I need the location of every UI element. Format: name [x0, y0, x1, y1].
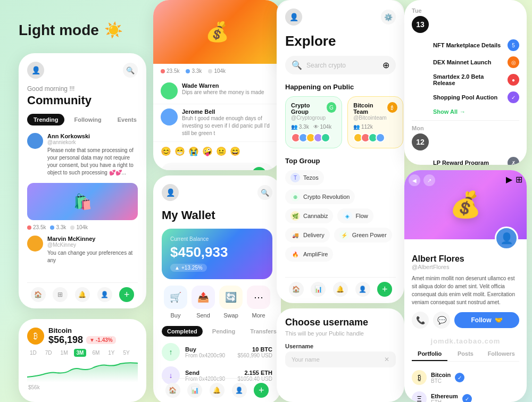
happening-grid: Crypto Group @Cryptogroup G 👥 3.3k 👁 104…	[285, 96, 396, 148]
group-flow[interactable]: ◈ Flow	[337, 208, 373, 223]
action-buy[interactable]: 🛒 Buy	[164, 286, 187, 319]
send-button[interactable]: ➤	[252, 167, 266, 170]
chat-item-2: Jerome Bell Bruh t good made enough days…	[153, 104, 281, 142]
light-mode-label: Light mode ☀️	[19, 21, 123, 39]
tab-portfolio[interactable]: Portfolio	[412, 347, 447, 361]
bell-icon[interactable]: 🔔	[75, 287, 90, 302]
crypto-rev-icon: ⊕	[290, 192, 300, 202]
add-button[interactable]: +	[119, 287, 134, 302]
post-content: Ann Korkowski @anniekork Please note tha…	[47, 133, 138, 177]
home-icon[interactable]: 🏠	[31, 287, 46, 302]
show-all-button[interactable]: Show All →	[412, 108, 519, 115]
chat-input-bar[interactable]: Type a message... ➤	[161, 163, 273, 170]
action-more[interactable]: ⋯ More	[247, 286, 270, 319]
tf-1d[interactable]: 1D	[27, 349, 39, 357]
tab-following[interactable]: Following	[68, 114, 107, 125]
filter-icon: ⊕	[383, 60, 389, 70]
wallet-add-button[interactable]: +	[254, 383, 269, 398]
exp-nav-person[interactable]: 👤	[355, 282, 370, 297]
comments-stat: 3.3k	[50, 224, 66, 230]
banner-controls-left: ◀ ↗	[409, 174, 435, 186]
action-send[interactable]: 📤 Send	[192, 286, 215, 319]
tf-3m[interactable]: 3M	[74, 349, 87, 357]
banner-btn-2[interactable]: ↗	[423, 174, 435, 186]
tf-1y[interactable]: 1Y	[105, 349, 117, 357]
wallet-nav-chart[interactable]: 📊	[187, 383, 202, 398]
banner-btn-3[interactable]: ▶	[506, 174, 512, 185]
banner-btn-4[interactable]: ⊞	[516, 174, 522, 185]
happening-bitcoin-team: Bitcoin Team @Bitcointeam ₿ 👥 112k	[347, 96, 403, 148]
wallet-nav-person[interactable]: 👤	[232, 383, 247, 398]
tx-item-buy: ↑ Buy From 0x4200c90 10 BTC $560,990 USD	[162, 343, 272, 361]
tab-trending[interactable]: Trending	[27, 114, 64, 125]
group-icon: G	[327, 102, 337, 113]
wallet-top-bar: 👤 🔍	[162, 184, 272, 201]
group-crypto-revolution[interactable]: ⊕ Crypto Revolution	[285, 189, 355, 204]
views-stat: 104k	[70, 224, 88, 230]
search-bar[interactable]: 🔍 Search crypto ⊕	[285, 56, 396, 74]
exp-nav-bell[interactable]: 🔔	[333, 282, 348, 297]
person-icon[interactable]: 👤	[97, 287, 112, 302]
bitcoin-team-avatars	[353, 133, 397, 143]
post-item: Ann Korkowski @anniekork Please note tha…	[27, 133, 138, 177]
tab-followers[interactable]: Followers	[484, 347, 519, 361]
username-input[interactable]: Your name ✕	[285, 351, 396, 367]
happening-label: Happening on Public	[285, 83, 396, 91]
search-icon[interactable]: 🔍	[123, 63, 138, 78]
top-groups-grid: T Tezos ⊕ Crypto Revolution 🌿 Cannabiz ◈…	[285, 170, 396, 262]
chat-avatar-1	[161, 82, 178, 99]
exp-nav-home[interactable]: 🏠	[289, 282, 304, 297]
tx-tab-completed[interactable]: Completed	[162, 326, 203, 337]
group-amplifire[interactable]: 🔥 AmpliFire	[285, 247, 333, 262]
btc-check-icon: ✓	[455, 373, 464, 382]
grid-icon[interactable]: ⊞	[53, 287, 68, 302]
tab-posts[interactable]: Posts	[447, 347, 483, 361]
group-green-power[interactable]: ⚡ Green Power	[334, 228, 392, 242]
cal-date-13: 13	[412, 16, 429, 33]
banner-btn-1[interactable]: ◀	[409, 174, 420, 186]
tx-tab-pending[interactable]: Pending	[207, 326, 240, 337]
profile-handle: @AlbertFlores	[412, 264, 519, 270]
tf-1m[interactable]: 1M	[58, 349, 71, 357]
green-power-icon: ⚡	[339, 230, 349, 240]
time-filters: 1D 7D 1M 3M 6M 1Y 5Y	[27, 349, 138, 357]
explore-icon[interactable]: ⚙️	[381, 10, 396, 24]
wallet-nav-home[interactable]: 🏠	[165, 383, 180, 398]
bitcoin-chart	[27, 361, 138, 382]
exp-add-button[interactable]: +	[377, 282, 392, 297]
wallet-search-icon[interactable]: 🔍	[257, 185, 272, 200]
tx-amount-buy: 10 BTC $560,990 USD	[237, 346, 272, 358]
send-icon: 📤	[192, 286, 215, 309]
profile-banner-icon: 💰	[450, 190, 481, 220]
group-cannabiz[interactable]: 🌿 Cannabiz	[285, 208, 333, 223]
chat-avatar-2	[161, 108, 178, 125]
message-button[interactable]: 💬	[433, 312, 450, 329]
username-placeholder: Your name	[292, 356, 320, 363]
exp-nav-chart[interactable]: 📊	[311, 282, 326, 297]
wallet-title: My Wallet	[162, 208, 272, 222]
sun-icon: ☀️	[104, 21, 123, 39]
tf-5y[interactable]: 5Y	[121, 349, 132, 357]
profile-card: ◀ ↗ ▶ ⊞ 💰 👤 Albert Flores @AlbertFlores …	[404, 170, 527, 402]
group-delivery[interactable]: 🚚 Delivery	[285, 228, 330, 242]
group-tezos[interactable]: T Tezos	[285, 170, 324, 185]
emoji-row: 😊😁😭🤪😐😄	[153, 142, 281, 161]
tx-tab-transfers[interactable]: Transfers	[245, 326, 281, 337]
comment-icon	[50, 225, 54, 230]
feed-banner-image: 💰	[153, 0, 281, 64]
post-content-2: Marvin McKinney @McKinney You can change…	[47, 236, 138, 264]
community-title: Community	[27, 94, 138, 107]
heart-icon	[27, 225, 31, 230]
phone-button[interactable]: 📞	[412, 312, 429, 329]
tf-7d[interactable]: 7D	[43, 349, 55, 357]
amplifire-icon: 🔥	[290, 249, 300, 259]
tab-events[interactable]: Events	[111, 114, 143, 125]
tf-6m[interactable]: 6M	[89, 349, 102, 357]
coin-eth-info: Ethereum ETH	[431, 393, 458, 403]
action-swap[interactable]: 🔄 Swap	[219, 286, 243, 319]
cal-event-shopping: Shopping Pool Auction ✓	[412, 91, 519, 103]
follow-button[interactable]: Follow 🤝	[454, 312, 519, 328]
calendar-divider	[412, 120, 519, 121]
wallet-nav-bell[interactable]: 🔔	[210, 383, 225, 398]
profile-actions: 📞 💬 Follow 🤝	[412, 312, 519, 329]
